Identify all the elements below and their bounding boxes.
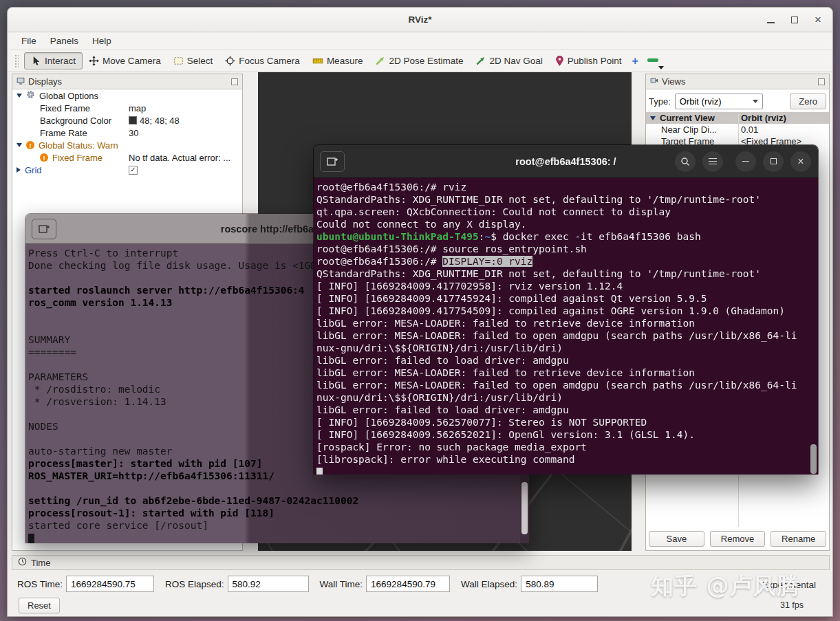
ros-elapsed-label: ROS Elapsed: [165, 579, 224, 589]
tool-move-camera[interactable]: Move Camera [83, 53, 167, 69]
scrollbar-thumb[interactable] [521, 482, 528, 534]
expander-down-icon[interactable] [650, 116, 656, 120]
row-label: Grid [25, 165, 42, 175]
chevron-down-icon [753, 100, 758, 103]
clock-icon [18, 557, 27, 568]
view-type-dropdown[interactable]: Orbit (rviz) [675, 94, 763, 109]
row-value: No tf data. Actual error: ... [129, 153, 230, 163]
search-button[interactable] [675, 151, 696, 172]
add-tool-button[interactable]: + [628, 55, 643, 67]
menu-file[interactable]: File [16, 34, 42, 48]
tree-row-grid[interactable]: Grid ✓ [12, 164, 242, 176]
terminal-line: setting /run_id to ab6f2ebe-6bde-11ed-94… [28, 494, 529, 507]
remove-button[interactable]: Remove [710, 531, 766, 547]
terminal-line [316, 466, 818, 475]
expander-right-icon[interactable] [17, 167, 21, 173]
rviz-titlebar[interactable]: RViz* × [8, 8, 832, 32]
maximize-icon[interactable] [791, 14, 798, 26]
tool-label: Focus Camera [239, 56, 300, 66]
tool-focus-camera[interactable]: Focus Camera [219, 53, 306, 69]
row-label: Background Color [40, 116, 111, 126]
fps-counter: 31 fps [780, 600, 804, 610]
rename-button[interactable]: Rename [771, 531, 826, 547]
interact-cursor-icon [31, 56, 41, 66]
tool-select[interactable]: Select [167, 53, 219, 69]
select-box-icon [173, 56, 184, 66]
scrollbar-thumb[interactable] [810, 444, 817, 474]
tree-row-current-view[interactable]: Current View Orbit (rviz) [646, 112, 829, 124]
toolbar-overflow-arrow-icon[interactable] [658, 66, 664, 69]
minimize-icon[interactable] [767, 14, 775, 26]
terminal-line: libGL error: failed to load driver: amdg… [316, 404, 818, 416]
row-value[interactable]: 30 [129, 128, 138, 138]
terminal-line: nux-gnu/dri:\$${ORIGIN}/dri:/usr/lib/dri… [316, 391, 818, 404]
wall-time-field[interactable]: 1669284590.79 [366, 576, 450, 592]
color-swatch[interactable] [129, 116, 137, 124]
menu-panels[interactable]: Panels [45, 34, 84, 48]
type-label: Type: [649, 96, 671, 107]
displays-panel-header[interactable]: Displays [12, 74, 242, 89]
panel-float-icon[interactable] [818, 78, 825, 85]
close-icon: × [797, 156, 804, 167]
tool-label: Measure [327, 56, 363, 66]
views-panel-header[interactable]: Views [646, 74, 829, 89]
tool-2d-nav-goal[interactable]: 2D Nav Goal [469, 53, 548, 69]
tree-row-background-color[interactable]: Background Color 48; 48; 48 [12, 114, 242, 127]
terminal-line: [ INFO] [1669284009.562570077]: Stereo i… [316, 416, 818, 428]
wall-time-label: Wall Time: [320, 579, 363, 589]
expander-down-icon[interactable] [17, 94, 22, 98]
new-tab-button[interactable] [32, 219, 56, 239]
close-icon[interactable]: × [815, 14, 821, 25]
expander-down-icon[interactable] [17, 143, 22, 147]
ros-time-label: ROS Time: [17, 579, 63, 589]
gear-icon [26, 90, 35, 101]
terminal-line [28, 482, 529, 494]
terminal-line: libGL error: MESA-LOADER: failed to retr… [316, 367, 818, 379]
toolbar: Interact Move Camera Select Focus Camera… [8, 50, 832, 72]
terminal-line: root@efb6a4f15306:/# rviz [316, 181, 818, 193]
tree-row-frame-rate[interactable]: Frame Rate 30 [12, 127, 242, 139]
tool-interact[interactable]: Interact [24, 52, 83, 69]
menu-help[interactable]: Help [87, 34, 117, 48]
warning-icon: ! [26, 141, 34, 149]
tree-row-fixed-frame[interactable]: Fixed Frame map [12, 102, 242, 114]
panel-float-icon[interactable] [231, 78, 238, 85]
warning-icon: ! [40, 153, 48, 162]
menu-button[interactable] [702, 151, 723, 172]
minimize-button[interactable] [735, 151, 756, 172]
maximize-button[interactable] [763, 151, 784, 172]
tree-row-global-options[interactable]: Global Options [12, 89, 242, 102]
time-panel-header[interactable]: Time [12, 555, 830, 570]
row-value[interactable]: 0.01 [741, 124, 758, 135]
ruler-icon [312, 56, 323, 66]
save-button[interactable]: Save [649, 531, 704, 547]
window-title: RViz* [408, 14, 431, 25]
tree-row-global-status[interactable]: ! Global Status: Warn [12, 139, 242, 151]
close-button[interactable]: × [790, 151, 811, 172]
ros-elapsed-field[interactable]: 580.92 [228, 576, 309, 592]
tool-2d-pose-estimate[interactable]: 2D Pose Estimate [369, 53, 469, 69]
terminal-line: [ INFO] [1669284009.417754509]: compiled… [316, 305, 818, 317]
row-value[interactable]: 48; 48; 48 [140, 116, 180, 126]
zero-button[interactable]: Zero [790, 94, 826, 109]
views-icon [650, 76, 658, 87]
tree-row-fixed-frame-status[interactable]: ! Fixed Frame No tf data. Actual error: … [12, 151, 242, 164]
terminal-line: [librospack]: error while executing comm… [316, 453, 818, 466]
tree-row-near-clip[interactable]: Near Clip Di... 0.01 [646, 124, 829, 135]
focus-crosshair-icon [225, 56, 235, 66]
time-panel: Time ROS Time: 1669284590.75 ROS Elapsed… [12, 555, 830, 614]
tool-publish-point[interactable]: Publish Point [549, 53, 628, 69]
tool-measure[interactable]: Measure [306, 53, 369, 69]
reset-button[interactable]: Reset [19, 598, 60, 613]
root-terminal-output: root@efb6a4f15306:/# rvizQStandardPaths:… [314, 178, 818, 475]
ros-time-field[interactable]: 1669284590.75 [66, 576, 154, 592]
remove-tool-button[interactable] [647, 58, 658, 62]
wall-elapsed-field[interactable]: 580.89 [521, 576, 598, 592]
toolbar-handle[interactable] [14, 54, 19, 68]
new-tab-button[interactable] [320, 151, 345, 172]
root-terminal-titlebar[interactable]: root@efb6a4f15306: / × [314, 145, 818, 178]
grid-enabled-checkbox[interactable]: ✓ [129, 166, 138, 175]
row-value[interactable]: map [129, 103, 146, 113]
terminal-line: Could not connect to any X display. [316, 218, 818, 230]
tool-label: Interact [45, 56, 76, 66]
